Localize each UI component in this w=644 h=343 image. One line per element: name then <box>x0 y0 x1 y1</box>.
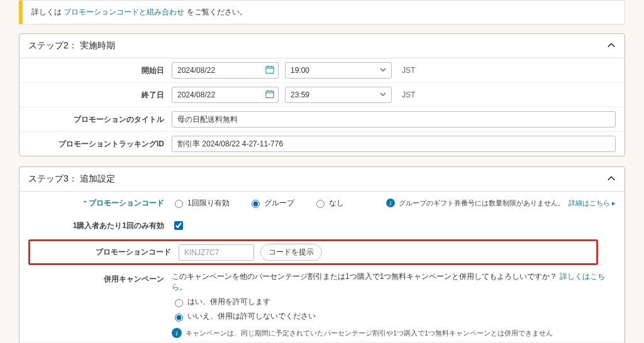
end-date-label: 終了日 <box>28 90 172 101</box>
promo-code-highlighted-row: プロモーションコード コードを提示 <box>28 239 598 265</box>
svg-rect-0 <box>266 67 274 74</box>
combine-row: 併用キャンペーン このキャンペーンを他のパーセンテージ割引または1つ購入で1つ無… <box>19 268 625 342</box>
chevron-up-icon <box>607 174 616 185</box>
combine-label: 併用キャンペーン <box>28 271 172 285</box>
combine-question-text: このキャンペーンを他のパーセンテージ割引または1つ購入で1つ無料キャンペーンと併… <box>172 272 557 281</box>
notice-link[interactable]: プロモーションコードと組み合わせ <box>64 8 184 16</box>
promo-code-input[interactable] <box>179 244 254 261</box>
tracking-id-input[interactable] <box>172 136 616 152</box>
combine-note: i キャンペーンは、同じ期間に予定されていたパーセンテージ割引や1つ購入で1つ無… <box>172 328 553 338</box>
radio-group[interactable]: グループ <box>248 198 294 209</box>
group-info-link[interactable]: 詳細はこちら ▸ <box>569 199 616 208</box>
one-per-buyer-row: 1購入者あたり1回のみ有効 <box>19 214 625 237</box>
promo-title-label: プロモーションのタイトル <box>28 114 172 125</box>
step3-title: ステップ3： 追加設定 <box>28 173 115 185</box>
step3-header[interactable]: ステップ3： 追加設定 <box>19 167 625 192</box>
svg-rect-4 <box>266 91 274 98</box>
radio-none[interactable]: なし <box>313 198 344 209</box>
start-tz: JST <box>402 66 415 75</box>
radio-once[interactable]: 1回限り有効 <box>172 198 230 209</box>
notice-prefix: 詳しくは <box>31 8 64 16</box>
step3-panel: ステップ3： 追加設定 ⌃プロモーションコード 1回限り有効 <box>19 166 625 343</box>
start-time-value: 19:00 <box>291 66 309 75</box>
one-per-buyer-label: 1購入者あたり1回のみ有効 <box>28 220 172 231</box>
notice-box: 詳しくは プロモーションコードと組み合わせ をご覧ください。 <box>19 0 625 24</box>
end-date-input[interactable]: 2024/08/22 <box>172 87 279 103</box>
start-date-input[interactable]: 2024/08/22 <box>172 62 279 79</box>
calendar-icon <box>265 90 274 101</box>
one-per-buyer-checkbox[interactable] <box>174 221 183 230</box>
end-time-value: 23:59 <box>291 90 309 99</box>
chevron-down-icon <box>380 90 386 99</box>
calendar-icon <box>265 65 274 76</box>
combine-radio-no-input[interactable] <box>175 313 183 322</box>
promo-code-section-label[interactable]: ⌃プロモーションコード <box>82 199 164 207</box>
promo-code-type-row: ⌃プロモーションコード 1回限り有効 グループ <box>19 192 625 214</box>
group-info: i グループのギフト券番号には数量制限がありません。 詳細はこちら ▸ <box>386 199 616 208</box>
radio-none-input[interactable] <box>316 200 325 208</box>
start-time-select[interactable]: 19:00 <box>285 62 392 79</box>
tracking-id-row: プロモーショントラッキングID <box>19 131 625 156</box>
group-info-text: グループのギフト券番号には数量制限がありません。 <box>399 199 565 208</box>
combine-radio-yes[interactable]: はい、併用を許可します <box>172 297 270 307</box>
suggest-code-button[interactable]: コードを提示 <box>260 244 322 261</box>
combine-radio-no-label: いいえ、併用は許可しないでください <box>187 311 316 322</box>
end-tz: JST <box>402 90 415 99</box>
combine-radio-yes-input[interactable] <box>175 299 183 307</box>
radio-group-label: グループ <box>264 198 294 209</box>
radio-group-input[interactable] <box>252 200 260 208</box>
start-date-row: 開始日 2024/08/22 19:00 JST <box>19 58 625 82</box>
notice-suffix: をご覧ください。 <box>187 8 247 16</box>
step2-panel: ステップ2： 実施時期 開始日 2024/08/22 19:00 <box>19 33 625 156</box>
end-date-value: 2024/08/22 <box>177 90 215 99</box>
tracking-id-label: プロモーショントラッキングID <box>28 139 172 150</box>
promo-code-label: プロモーションコード <box>35 247 179 258</box>
combine-radio-no[interactable]: いいえ、併用は許可しないでください <box>172 311 316 322</box>
start-date-label: 開始日 <box>28 65 172 76</box>
info-icon: i <box>172 328 182 338</box>
chevron-up-icon <box>607 41 616 52</box>
radio-once-input[interactable] <box>175 200 183 208</box>
combine-note-text: キャンペーンは、同じ期間に予定されていたパーセンテージ割引や1つ購入で1つ無料キ… <box>186 329 553 338</box>
start-date-value: 2024/08/22 <box>177 66 215 75</box>
combine-question: このキャンペーンを他のパーセンテージ割引または1つ購入で1つ無料キャンペーンと併… <box>172 271 616 293</box>
combine-radio-yes-label: はい、併用を許可します <box>187 297 270 307</box>
step2-title: ステップ2： 実施時期 <box>28 40 115 52</box>
step2-header[interactable]: ステップ2： 実施時期 <box>19 34 625 58</box>
end-date-row: 終了日 2024/08/22 23:59 JST <box>19 82 625 107</box>
chevron-down-icon <box>380 66 386 75</box>
end-time-select[interactable]: 23:59 <box>285 87 392 103</box>
promo-title-input[interactable] <box>172 111 616 128</box>
info-icon: i <box>386 199 395 207</box>
radio-none-label: なし <box>329 198 344 209</box>
promo-code-radio-group: 1回限り有効 グループ なし <box>172 198 344 209</box>
radio-once-label: 1回限り有効 <box>187 198 230 209</box>
promo-title-row: プロモーションのタイトル <box>19 107 625 131</box>
